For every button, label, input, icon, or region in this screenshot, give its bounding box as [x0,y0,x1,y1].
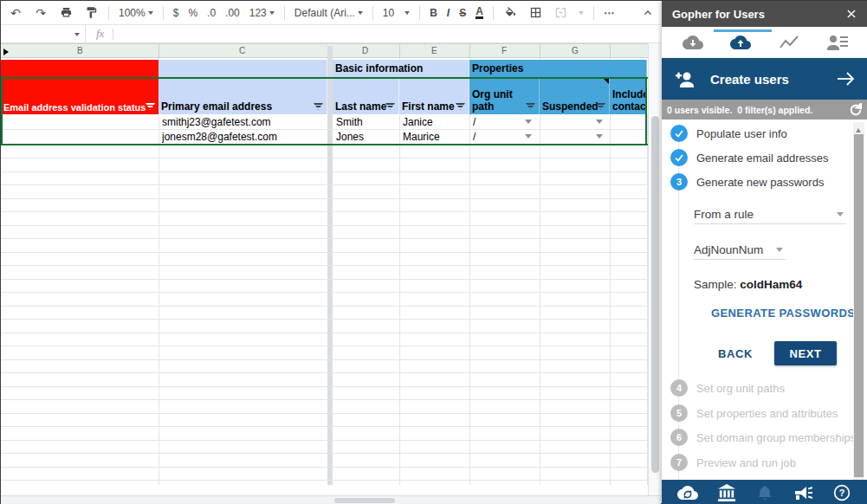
step-preview-run-job: 7 Preview and run job [662,454,861,471]
sample-label: Sample: [694,278,740,291]
filter-icon[interactable] [146,103,155,110]
first-name-header-label: First name [402,100,455,113]
percent-button[interactable]: % [188,7,197,19]
name-box[interactable] [1,25,86,42]
redo-icon[interactable]: ↷ [33,5,49,21]
zoom-value: 100% [119,7,146,19]
pattern-select[interactable]: AdjNounNum [694,241,786,260]
step-label: Generate email addresses [696,152,828,165]
bank-icon[interactable] [716,483,737,502]
chevron-down-icon [269,11,275,17]
cell-c1[interactable] [159,60,327,77]
back-button[interactable]: BACK [718,347,753,360]
sidebar-scrollbar-thumb[interactable] [854,134,864,477]
cell-suspended-header[interactable]: Suspended [540,79,610,114]
cell-org-row1[interactable]: / [473,116,525,129]
filter-icon[interactable] [526,103,535,110]
column-header-c[interactable]: C [239,46,245,55]
refresh-icon[interactable] [849,103,863,117]
currency-button[interactable]: $ [173,7,179,19]
rule-select[interactable]: From a rule [694,205,846,224]
filter-icon[interactable] [314,103,323,110]
cell-email-validation-status[interactable]: Email address validation status [1,79,159,114]
vertical-scrollbar-thumb[interactable] [651,116,659,473]
number-format-button[interactable]: 123 [249,7,275,19]
number-format-label: 123 [249,7,267,19]
increase-decimal-button[interactable]: .00 [225,7,240,19]
tab-download-users[interactable] [682,32,704,53]
sync-cloud-icon[interactable] [677,483,698,502]
column-header-g[interactable]: G [572,46,579,55]
borders-icon[interactable] [528,5,544,21]
step-label: Set org unit paths [696,382,785,395]
cell-org-unit-header[interactable]: Org unit path [469,79,540,114]
font-size-value: 10 [383,7,394,19]
generate-passwords-button[interactable]: GENERATE PASSWORDS [711,307,855,320]
cell-email-row1[interactable]: smithj23@gafetest.com [162,116,327,129]
empty-rows[interactable] [1,145,648,485]
paint-format-icon[interactable] [83,5,99,21]
include-line1: Include i [612,88,647,100]
undo-icon[interactable]: ↶ [8,5,23,21]
decrease-decimal-button[interactable]: .0 [207,7,216,19]
horizontal-scrollbar-thumb[interactable] [334,498,395,503]
sample-password: Sample: coldHam64 [694,278,802,291]
pattern-select-value: AdjNounNum [694,243,763,256]
strikethrough-button[interactable]: S [459,7,466,19]
cell-include-contact-header[interactable]: Include i contact c [610,79,647,114]
next-button[interactable]: NEXT [774,341,837,365]
help-icon[interactable]: ? [831,483,852,502]
column-header-d[interactable]: D [362,46,368,55]
vertical-scrollbar[interactable] [648,43,661,495]
column-header-b[interactable]: B [77,46,83,55]
step-generate-new-passwords[interactable]: 3 Generate new passwords [662,173,861,191]
column-header-e[interactable]: E [431,46,437,55]
dropdown-caret-icon[interactable] [525,120,532,127]
cell-last-name-header[interactable]: Last name [333,79,399,114]
cell-first-row1[interactable]: Janice [403,116,463,129]
collapse-toolbar-icon[interactable] [640,5,656,21]
formula-input[interactable] [113,25,661,42]
cell-email-row2[interactable]: jonesm28@gafetest.com [162,131,327,144]
column-header-f[interactable]: F [501,46,507,55]
filter-icon[interactable] [385,103,395,110]
fill-color-icon[interactable] [503,5,519,21]
cell-primary-email-header[interactable]: Primary email address [159,79,327,114]
italic-button[interactable]: I [447,7,450,19]
dropdown-caret-icon[interactable] [596,120,603,127]
arrow-right-icon[interactable] [835,71,856,87]
hidden-column-indicator-icon[interactable] [3,48,9,55]
close-icon[interactable] [845,8,857,20]
tab-create-users[interactable] [729,32,752,53]
tab-user-list[interactable] [825,32,848,53]
cell-basic-information[interactable]: Basic information [333,60,469,77]
scroll-up-icon[interactable] [856,126,861,132]
cell-properties[interactable]: Properties [469,60,647,77]
cell-first-row2[interactable]: Maurice [403,131,463,144]
tab-reports[interactable] [778,32,800,53]
filter-icon[interactable] [456,103,465,110]
cell-b1[interactable] [1,60,159,77]
dropdown-caret-icon[interactable] [525,134,532,142]
dropdown-caret-icon[interactable] [596,134,603,142]
sidebar-scrollbar[interactable] [853,122,864,480]
step-populate-user-info[interactable]: Populate user info [662,125,861,142]
org-unit-line1: Org unit [472,88,513,100]
chevron-down-icon [579,11,584,17]
megaphone-icon[interactable] [793,483,813,502]
print-icon[interactable] [58,5,74,21]
cell-org-row2[interactable]: / [473,131,525,144]
step-generate-email-addresses[interactable]: Generate email addresses [662,149,861,166]
zoom-select[interactable]: 100% [119,7,153,19]
org-unit-header-label: Org unit path [472,88,513,113]
cell-last-row1[interactable]: Smith [336,116,397,129]
font-select[interactable]: Default (Ari... [294,7,363,19]
horizontal-scrollbar[interactable] [1,495,661,504]
text-color-button[interactable]: A [476,6,483,19]
bold-button[interactable]: B [430,7,437,19]
cell-first-name-header[interactable]: First name [399,79,469,114]
step-label: Preview and run job [696,456,796,469]
more-button[interactable]: ⋯ [604,7,614,19]
cell-last-row2[interactable]: Jones [336,131,397,144]
font-size-select[interactable]: 10 [383,7,410,19]
